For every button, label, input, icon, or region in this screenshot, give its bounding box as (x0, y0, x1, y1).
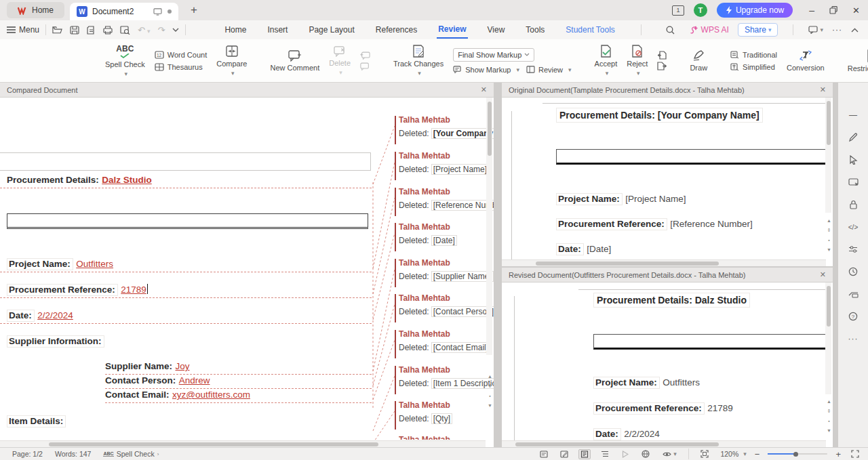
next-comment-icon[interactable] (360, 62, 370, 70)
original-heading-row[interactable]: Procurement Details: [Your Company Name] (556, 108, 763, 123)
print-preview-icon[interactable] (120, 26, 130, 35)
accept-change-button[interactable]: Accept (590, 45, 623, 77)
original-horizontal-scrollbar[interactable] (502, 259, 826, 266)
tab-page-layout[interactable]: Page Layout (307, 22, 355, 38)
supplier-information-row[interactable]: Supplier Information: (7, 335, 104, 347)
procurement-details-row[interactable]: Procurement Details: Dalz Studio (0, 173, 372, 188)
supplier-name-row[interactable]: Supplier Name: Joy (105, 360, 372, 375)
revised-date-row[interactable]: Date: 2/2/2024 (593, 427, 660, 440)
word-count-button[interactable]: 12 Word Count (155, 51, 208, 59)
print-layout-icon[interactable] (578, 449, 591, 459)
track-changes-button[interactable]: Track Changes (389, 45, 448, 77)
revised-heading-row[interactable]: Procurement Details: Dalz Studio (593, 293, 750, 308)
original-browse-buttons[interactable]: ▲⇕▪▼ (827, 218, 831, 252)
change-entry[interactable]: Talha Mehtab Deleted: [Your Company N (399, 115, 486, 139)
change-entry[interactable]: Talha Mehtab Deleted: [Item 1 Descriptio… (399, 365, 486, 389)
read-mode-icon[interactable] (538, 449, 550, 459)
original-project-row[interactable]: Project Name: [Project Name] (556, 192, 686, 205)
date-row[interactable]: Date: 2/2/2024 (0, 309, 372, 324)
wps-ai-button[interactable]: WPS AI (690, 25, 729, 35)
zoom-in-button[interactable]: + (835, 449, 841, 459)
share-button[interactable]: Share (738, 23, 778, 37)
thesaurus-button[interactable]: Thesaurus (155, 63, 208, 71)
search-icon[interactable] (666, 26, 675, 35)
history-clock-icon[interactable] (848, 266, 859, 277)
edit-pen-icon[interactable] (848, 132, 859, 143)
spell-check-button[interactable]: ABC Spell Check (100, 45, 150, 77)
tab-review[interactable]: Review (437, 21, 467, 39)
zoom-level-button[interactable]: 120% (720, 450, 746, 458)
open-folder-icon[interactable] (52, 26, 62, 35)
spell-check-status[interactable]: ABC Spell Check › (103, 450, 159, 458)
export-pdf-icon[interactable] (87, 26, 96, 35)
settings-sliders-icon[interactable] (848, 244, 859, 255)
zoom-out-button[interactable]: − (755, 449, 760, 459)
review-panes-button[interactable]: Review (526, 66, 572, 74)
collapse-panel-icon[interactable]: — (848, 110, 859, 121)
screen-share-icon[interactable] (848, 177, 859, 188)
revised-empty-field-box[interactable] (593, 334, 829, 350)
markup-display-select[interactable]: Final Show Markup (453, 48, 534, 62)
change-entry[interactable]: Talha Mehtab Deleted: [Supplier Name] (399, 258, 486, 282)
delete-comment-button[interactable]: Delete (324, 45, 355, 76)
revised-pane-body[interactable]: Procurement Details: Dalz Studio Project… (502, 283, 833, 447)
change-entry[interactable]: Talha Mehtab Deleted: [Project Name] (399, 151, 486, 175)
revised-browse-buttons[interactable]: ▲⇕▪▼ (827, 399, 831, 433)
traditional-button[interactable]: Traditional (730, 51, 777, 59)
web-layout-icon[interactable] (639, 449, 652, 459)
project-name-row[interactable]: Project Name: Outfitters (0, 257, 372, 272)
menu-button[interactable]: Menu (7, 25, 39, 35)
document-tab[interactable]: W Document2 (70, 3, 178, 20)
tab-home[interactable]: Home (223, 22, 248, 38)
window-switch-icon[interactable]: 1 (672, 5, 684, 16)
play-slideshow-icon[interactable] (619, 449, 631, 459)
tab-insert[interactable]: Insert (266, 22, 289, 38)
change-entry[interactable]: Talha Mehtab Deleted: [Contact Person] (399, 293, 486, 317)
change-entry[interactable]: Talha Mehtab Deleted: [Date] (399, 222, 486, 246)
word-count-indicator[interactable]: Words: 147 (55, 450, 92, 458)
compared-vertical-scrollbar[interactable] (486, 98, 492, 355)
undo-button[interactable]: ↶ (138, 25, 150, 35)
contact-email-row[interactable]: Contact Email: xyz@outfitters.com (105, 388, 372, 403)
contact-person-row[interactable]: Contact Person: Andrew (105, 374, 372, 389)
original-reference-row[interactable]: Procurement Reference: [Reference Number… (556, 217, 753, 230)
change-entry-partial[interactable]: Talha Mehtab (399, 435, 486, 440)
revised-vertical-scrollbar[interactable] (825, 283, 831, 394)
close-button[interactable]: ✕ (852, 5, 860, 16)
fullscreen-icon[interactable] (849, 449, 861, 459)
original-pane-body[interactable]: Procurement Details: [Your Company Name]… (502, 98, 833, 266)
write-mode-icon[interactable] (558, 449, 570, 459)
procurement-reference-row[interactable]: Procurement Reference: 21789 (0, 283, 372, 298)
restore-button[interactable] (829, 6, 837, 14)
zoom-slider-knob[interactable] (793, 452, 798, 457)
home-tab[interactable]: Home (7, 2, 64, 18)
panels-layout-icon[interactable] (848, 289, 859, 299)
original-vertical-scrollbar[interactable] (825, 98, 831, 213)
tab-view[interactable]: View (486, 22, 507, 38)
more-tools-icon[interactable]: ··· (848, 333, 859, 344)
conversion-button[interactable]: Conversion (782, 49, 829, 72)
reject-change-button[interactable]: Reject (622, 45, 652, 77)
zoom-slider[interactable] (768, 453, 827, 455)
more-options-button[interactable]: ··· (832, 25, 842, 35)
restrict-editing-button[interactable]: Restrict Editing (843, 49, 868, 72)
previous-comment-icon[interactable] (360, 51, 370, 60)
collapse-ribbon-icon[interactable] (851, 28, 859, 33)
show-markup-button[interactable]: Show Markup (453, 66, 519, 74)
tab-student-tools[interactable]: Student Tools (564, 22, 616, 38)
previous-change-icon[interactable] (657, 51, 667, 60)
compared-pane-body[interactable]: Procurement Details: Dalz Studio Project… (0, 98, 494, 447)
save-icon[interactable] (70, 26, 79, 35)
quick-access-more-icon[interactable] (172, 28, 179, 32)
redo-button[interactable]: ↷ (157, 25, 165, 35)
page-indicator[interactable]: Page: 1/2 (12, 450, 43, 458)
original-empty-field-box[interactable] (556, 149, 829, 165)
next-change-icon[interactable] (657, 62, 667, 70)
draw-button[interactable]: Draw (685, 49, 712, 72)
revised-horizontal-scrollbar[interactable] (502, 440, 826, 447)
tab-references[interactable]: References (374, 22, 418, 38)
compared-pane-close-icon[interactable]: ✕ (481, 85, 487, 94)
upgrade-now-button[interactable]: Upgrade now (717, 3, 793, 18)
help-icon[interactable]: ? (848, 311, 859, 322)
browse-buttons[interactable]: ▲⇕▪▼ (488, 374, 492, 408)
